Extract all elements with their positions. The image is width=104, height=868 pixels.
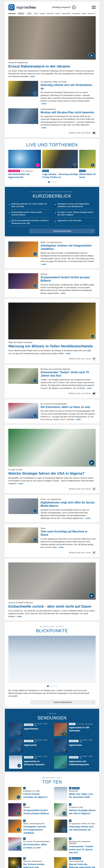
nav-item[interactable]: Faktenfinder [62, 13, 71, 14]
broadcast-card[interactable]: SENDUNG 23.12.2025 · 19:00 Uhr tagesscha… [9, 755, 50, 769]
top-ten-item[interactable]: 6 Vor geplantem Treffen mit Trump Selens… [54, 819, 96, 834]
mehr-link[interactable]: mehr [58, 546, 64, 548]
story-headline[interactable]: Bilder des Tages vom 26. Dezember 2025 [69, 793, 96, 799]
top-ten-item[interactable]: 4 IS-Lager im Visier Welche Strategie fa… [54, 803, 96, 816]
live-thumbnail[interactable] [8, 150, 41, 168]
more-video-link[interactable]: Weiteres Video zum Thema [8, 392, 96, 395]
nav-item[interactable]: Ukraine [17, 12, 25, 15]
top-ten-item[interactable]: 5 Metall- und Elektrobranche Arbeitgeber… [8, 819, 50, 834]
top-ten-thumbnail[interactable] [8, 837, 22, 850]
story-headline[interactable]: Moskau will Ukraine-Plan nicht bewerten [41, 111, 96, 114]
story-headline[interactable]: Warum Gold alle Rekorde gebrochen hat [69, 863, 96, 868]
broadcast-title[interactable]: tagesschau [24, 744, 50, 747]
broadcast-thumbnail[interactable] [9, 723, 22, 736]
more-audio-link[interactable]: Weiteres Audio zum Thema [8, 357, 96, 361]
mehr-link[interactable]: mehr [60, 292, 66, 294]
carousel-dot[interactable] [51, 181, 52, 182]
top-ten-item[interactable]: 1 Empfinden von Kälte Frieren Frauen sch… [8, 787, 50, 800]
carousel-dot[interactable] [47, 685, 49, 687]
top-ten-thumbnail[interactable] [8, 787, 22, 800]
story-image[interactable] [8, 303, 96, 339]
top-ten-thumbnail[interactable] [54, 819, 67, 833]
hero-image[interactable] [8, 16, 96, 60]
live-card[interactable]: LIVESTREAM ARD-Programm Die Nachrichten … [8, 150, 41, 179]
broadcast-thumbnail[interactable] [54, 739, 67, 752]
kurzueberblick-item[interactable]: NATO-Generalsekretär hat keinen Zweifel … [9, 218, 49, 226]
carousel-dot[interactable] [56, 686, 57, 687]
nav-item[interactable]: Investigativ [72, 13, 80, 14]
kurzueberblick-item[interactable]: Arbeitgeber rechnen mit fortgesetztem Jo… [55, 201, 95, 209]
carousel-dot[interactable] [54, 686, 55, 687]
story-headline[interactable]: Selenskyj stimmt sich mit Verbündeten ab [69, 825, 96, 831]
carousel-dot[interactable] [53, 181, 54, 182]
broadcast-title[interactable]: tagesschau in Einfacher Sprache [24, 760, 50, 766]
nav-item[interactable]: Ausland [39, 13, 45, 14]
mehr-link[interactable]: mehr [41, 127, 46, 129]
top-ten-item[interactable]: 3 Silvester Ärztepräsident fordert Verbo… [8, 803, 50, 816]
story-image[interactable] [8, 562, 96, 600]
broadcast-thumbnail[interactable] [9, 755, 22, 769]
nav-item[interactable]: Videos & Audios [88, 13, 96, 14]
live-title[interactable]: Lage Ukraine · Selenskyj kündigt Trump-T… [42, 173, 78, 179]
tagesschau-logo-icon[interactable]: 1 [8, 4, 14, 10]
story-teaser-row[interactable]: Kinder- und Jugendschutz Digitalminister… [8, 498, 96, 520]
story-headline[interactable]: Der Schnee kommt wohl erst zum Jahreswec… [23, 863, 50, 868]
broadcast-title[interactable]: tagesschau [69, 744, 95, 747]
nav-item[interactable]: USA [26, 12, 32, 15]
story-teaser-row[interactable]: Vor geplantem Treffen mit Trump Selensky… [8, 81, 96, 105]
story-headline[interactable]: Frieren Frauen schneller als Männer? [23, 793, 50, 799]
live-thumbnail[interactable]: 2 Min [42, 150, 78, 168]
mehr-link[interactable]: mehr [65, 352, 71, 354]
sendung-verpasst-link[interactable]: Sendung verpasst? ▶ [52, 5, 76, 9]
broadcast-thumbnail[interactable] [9, 739, 22, 752]
kurzueberblick-item[interactable]: IS-Lager im Visier: Welche Strategie fah… [55, 209, 95, 218]
story-teaser-row[interactable]: Syrien Tote nach Anschlag auf Moschee in… [8, 527, 96, 549]
story-headline[interactable]: Arbeitgeber rechnen mit fortgesetztem Jo… [41, 244, 96, 251]
nav-item[interactable]: Startseite [8, 13, 15, 14]
broadcast-thumbnail[interactable]: 2 Min [54, 723, 67, 736]
story-headline[interactable]: Welche Strategie fahren die USA in Niger… [69, 809, 96, 815]
neueste-nachrichten-button[interactable]: Neueste Nachrichten› [30, 229, 95, 234]
nav-item[interactable]: Wirtschaft [47, 13, 54, 14]
story-headline[interactable]: Die Erkenntnis, allein zu Haus zu sein [41, 405, 96, 409]
story-headline[interactable]: Die Erkenntnis, allein zu Haus zu sein [23, 843, 50, 849]
live-card[interactable]: 2 Min VIDEO Lage Ukraine · Selenskyj kün… [42, 150, 78, 179]
weitere-bildergalerien-button[interactable]: weitere Bildergalerien› [30, 700, 96, 705]
story-thumbnail[interactable] [8, 498, 38, 514]
mehr-link[interactable]: mehr [41, 263, 46, 265]
carousel-dot[interactable] [48, 181, 50, 183]
story-headline[interactable]: Ärztepräsident fordert Verbot privater B… [41, 276, 96, 282]
top-ten-item[interactable]: 9 Deutscher Wetterdienst Der Schnee komm… [8, 857, 50, 868]
mehr-link[interactable]: mehr [75, 418, 80, 421]
story-thumbnail[interactable] [8, 242, 38, 257]
nav-item[interactable]: Wetter [82, 13, 86, 14]
broadcast-card[interactable]: SENDUNG 26.12.2025 · 23:15 Uhr tagesscha… [54, 739, 95, 752]
story-thumbnail[interactable] [8, 403, 38, 418]
hamburger-menu-icon[interactable] [92, 5, 96, 9]
kurzueberblick-item[interactable]: Ärztepräsident fordert Verbot privater S… [9, 209, 49, 218]
kurzueberblick-item[interactable]: tagesschau in 100 Sekunden [55, 218, 95, 226]
broadcast-card[interactable]: SENDUNG 26.12.2025 · 20:00 Uhr tagesscha… [54, 755, 95, 769]
live-title[interactable]: Wetterbilanz 20 warm [79, 173, 96, 179]
story-headline[interactable]: Arbeitgeber rechnen mit fortgesetztem Jo… [23, 825, 50, 834]
story-teaser-row[interactable]: Metall- und Elektrobranche Arbeitgeber r… [8, 242, 96, 266]
story-headline[interactable]: Erneut Raketenalarm in der Ukraine [8, 64, 96, 69]
live-card[interactable]: VIDEO Wetterbilanz 20 warm [79, 150, 96, 179]
story-thumbnail[interactable] [8, 527, 38, 543]
live-title[interactable]: Die Nachrichten auf tagesschau24 [8, 173, 41, 179]
gallery-image[interactable] [8, 636, 96, 683]
top-ten-thumbnail[interactable] [54, 803, 67, 816]
carousel-dot[interactable] [50, 686, 51, 687]
carousel-dot[interactable] [52, 686, 53, 687]
nav-item[interactable]: Wissen [55, 13, 60, 14]
mehr-link[interactable]: mehr [41, 102, 46, 105]
top-ten-thumbnail[interactable] [54, 787, 67, 800]
broadcast-title[interactable]: tagesthemen [24, 727, 50, 730]
story-headline[interactable]: Warnung vor Blitzeis in Teilen Norddeuts… [8, 344, 96, 348]
mehr-link[interactable]: mehr [29, 75, 35, 78]
more-audio-link[interactable]: Weiteres Audio zum Thema [8, 551, 96, 555]
broadcast-card[interactable]: SENDUNG 23.12.2025 · 22:30 Uhr tagesthem… [9, 723, 50, 736]
broadcast-title[interactable]: tagesschau mit Gebärdensprache [69, 760, 95, 766]
top-ten-thumbnail[interactable] [54, 837, 67, 850]
story-headline[interactable]: Armeesender "Galatz" droht nach 75 Jahre… [69, 845, 96, 854]
